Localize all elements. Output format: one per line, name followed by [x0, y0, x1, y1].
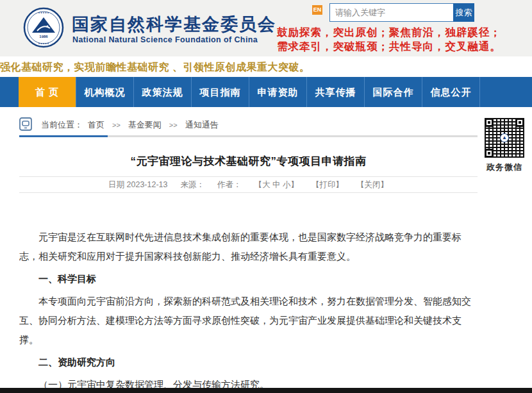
paragraph: 本专项面向元宇宙前沿方向，探索新的科研范式及相关理论和技术，努力在数据管理分发、… [19, 292, 478, 349]
font-size-control[interactable]: 【大 中 小】 [254, 180, 298, 190]
site-title: 国家自然科学基金委员会 [72, 13, 276, 36]
breadcrumb-separator: >> [169, 121, 178, 129]
banner-strip: 强化基础研究，实现前瞻性基础研究 、引领性原创成果重大突破。 [0, 56, 532, 77]
article: “元宇宙理论与技术基础研究”专项项目申请指南 日期 2023-12-13 来源：… [19, 149, 478, 388]
nav-item-policies[interactable]: 政策法规 [134, 77, 192, 107]
search-box: 搜索 [329, 3, 474, 22]
meta-source-label: 来源： [180, 180, 204, 190]
breadcrumb-home[interactable]: 首页 [88, 119, 104, 131]
nav-item-project-guide[interactable]: 项目指南 [192, 77, 249, 107]
close-button[interactable]: 【关闭】 [356, 180, 388, 190]
article-meta: 日期 2023-12-13 来源： 作者： 【大 中 小】 【打印】 【关闭】 [19, 177, 478, 192]
meta-date: 日期 2023-12-13 [108, 180, 167, 190]
breadcrumb-separator: >> [112, 121, 121, 129]
nav-item-sharing[interactable]: 共享传播 [307, 77, 365, 107]
section-heading: 二、资助研究方向 [19, 353, 478, 372]
meta-date-label: 日期 [108, 180, 124, 189]
site-header: 1986 ● ● ● ● ● ● ● ● ● ● 国家自然科学基金委员会 Nat… [0, 0, 532, 56]
meta-date-value: 2023-12-13 [127, 180, 168, 189]
nav-item-org-overview[interactable]: 机构概况 [76, 77, 134, 107]
language-en-button[interactable]: EN [312, 5, 322, 15]
svg-text:● ● ● ● ●: ● ● ● ● ● [38, 11, 49, 14]
paragraph: 元宇宙是泛在互联网时代先进信息技术集成创新的重要体现，也是国家数字经济战略竞争力… [19, 228, 478, 266]
article-content: 元宇宙是泛在互联网时代先进信息技术集成创新的重要体现，也是国家数字经济战略竞争力… [19, 228, 478, 388]
qr-center-logo: ▲ [500, 133, 509, 142]
qr-caption: 政务微信 [483, 162, 526, 173]
nsfc-seal-logo: 1986 ● ● ● ● ● ● ● ● ● ● [23, 7, 64, 48]
qr-code-image: ▲ [485, 118, 524, 158]
site-subtitle: National Natural Science Foundation of C… [72, 35, 258, 44]
slogan-line-1: 鼓励探索，突出原创；聚焦前沿，独辟蹊径； [277, 26, 482, 40]
page: 1986 ● ● ● ● ● ● ● ● ● ● 国家自然科学基金委员会 Nat… [0, 0, 532, 393]
breadcrumb-label: 当前位置： [41, 119, 83, 131]
slogan-line-2: 需求牵引，突破瓶颈；共性导向，交叉融通。 [277, 40, 482, 54]
main-nav: 首 页 机构概况 政策法规 项目指南 申请资助 共享传播 国际合作 信息公开 [0, 77, 532, 107]
section-heading: 一、科学目标 [19, 269, 478, 288]
gov-wechat-widget: ▲ 政务微信 [483, 118, 526, 173]
divider [19, 192, 478, 193]
nav-item-home[interactable]: 首 页 [19, 77, 76, 107]
search-input[interactable] [329, 3, 453, 22]
breadcrumb: 当前位置： 首页 >> 基金要闻 >> 通知通告 [19, 115, 219, 135]
breadcrumb-divider [19, 135, 478, 137]
breadcrumb-notices[interactable]: 通知通告 [185, 119, 219, 131]
svg-text:1986: 1986 [39, 35, 48, 38]
svg-text:● ● ● ● ●: ● ● ● ● ● [38, 42, 49, 45]
nav-item-apply-funding[interactable]: 申请资助 [249, 77, 307, 107]
bottom-edge-bar [0, 388, 532, 393]
meta-author-label: 作者： [217, 180, 242, 190]
print-button[interactable]: 【打印】 [312, 180, 344, 190]
search-button[interactable]: 搜索 [453, 3, 474, 22]
nav-item-intl-cooperation[interactable]: 国际合作 [365, 77, 422, 107]
location-page-icon [19, 117, 32, 133]
nav-item-info-disclosure[interactable]: 信息公开 [422, 77, 480, 107]
article-title: “元宇宙理论与技术基础研究”专项项目申请指南 [19, 154, 478, 169]
breadcrumb-fund-news[interactable]: 基金要闻 [128, 119, 162, 131]
banner-text: 强化基础研究，实现前瞻性基础研究 、引领性原创成果重大突破。 [0, 61, 310, 74]
slogan-text: 鼓励探索，突出原创；聚焦前沿，独辟蹊径； 需求牵引，突破瓶颈；共性导向，交叉融通… [277, 26, 482, 54]
paragraph: （一）元宇宙中复杂数据管理、分发与传输方法研究。 [19, 375, 478, 388]
